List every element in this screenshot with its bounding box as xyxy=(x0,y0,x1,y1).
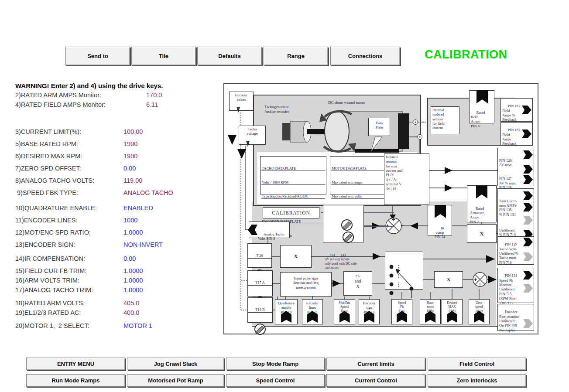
plate-title: TACHO DATAPLATE xyxy=(261,166,325,171)
param-label: 11)ENCODER LINES: xyxy=(15,217,123,224)
nav-speed-control-button[interactable]: Speed Control xyxy=(226,374,325,387)
param-label: 16)ARM VOLTS TRIM: xyxy=(15,277,123,284)
param-value[interactable]: 119.00 xyxy=(123,177,142,184)
param-value[interactable]: 1.0000 xyxy=(123,267,143,274)
tacho-label: Tachogenerator And/or encoder xyxy=(264,105,304,114)
pin182-box: PIN 182 Field Amps % Feedback xyxy=(500,98,533,122)
param-value[interactable]: 400.0 xyxy=(123,309,139,316)
param-label: 3)CURRENT LIMIT(%): xyxy=(15,128,123,135)
parameter-row: 17)ANALOG TACHO TRIM:1.0000 xyxy=(15,286,143,293)
output-arrow-icon xyxy=(522,130,531,138)
nav-current-limits-button[interactable]: Current limits xyxy=(326,358,425,370)
multiplier-block: X xyxy=(280,245,312,268)
param-label: 13)ENCODER SIGN: xyxy=(15,241,123,248)
rated-armature-amps-box: Rated Armature Amps PIN 2 xyxy=(467,185,497,222)
param-label: 6)DESIRED MAX RPM: xyxy=(15,153,123,160)
output-arrow-gray-icon xyxy=(523,284,533,293)
nav-field-control-button[interactable]: Field Control xyxy=(428,358,526,370)
parameter-row: 7)ZERO SPD OFFSET:0.00 xyxy=(15,165,136,172)
defaults-button[interactable]: Defaults xyxy=(197,47,262,65)
parameter-row: 2)RATED ARM AMPS Monitor:170.0 xyxy=(15,92,162,99)
parameter-row: 4)RATED FIELD AMPS Monitor:6.11 xyxy=(15,101,158,108)
page-title: CALIBRATION xyxy=(425,48,507,61)
send-to-button[interactable]: Send to xyxy=(65,47,130,65)
param-value[interactable]: 0.00 xyxy=(123,255,136,262)
param-value[interactable]: 1.0000 xyxy=(123,229,143,236)
parameter-row: 6)DESIRED MAX RPM:1900 xyxy=(15,153,137,160)
param-value[interactable]: 6.11 xyxy=(146,101,158,108)
encoder-pulses-callout: Encoder pulses xyxy=(229,92,254,111)
pin-box-speed-fb-type: Speed Fb Type PIN 9 xyxy=(391,299,412,324)
tile-button[interactable]: Tile xyxy=(131,47,196,65)
param-value[interactable]: 1900 xyxy=(123,140,137,147)
nav-run-mode-ramps-button[interactable]: Run Mode Ramps xyxy=(26,374,125,387)
rated-field-amps-box: Rated field Amps PIN 4 xyxy=(469,90,494,123)
sign-multiply-block: +/- and X xyxy=(343,271,372,296)
param-value[interactable]: ANALOG TACHO xyxy=(123,189,173,196)
pin-marker-icon xyxy=(476,90,488,103)
param-label: 12)MOT/ENC SPD RATIO: xyxy=(15,229,123,236)
warning-text: WARNING! Enter 2) and 4) using the drive… xyxy=(15,82,163,89)
param-value[interactable]: 1.0000 xyxy=(123,277,143,284)
parameter-row: 18)RATED ARM VOLTS:405.0 xyxy=(15,300,139,307)
output-arrow-gray-icon xyxy=(523,216,533,225)
pin183-box: PIN 183 Field Amps Feedback xyxy=(500,122,533,146)
output-arrow-icon xyxy=(523,175,533,184)
param-label: 20)MOTOR 1, 2 SELECT: xyxy=(15,322,123,329)
param-value[interactable]: 0.00 xyxy=(123,165,136,172)
nav-current-control-button[interactable]: Current Control xyxy=(326,374,425,387)
param-label: 19)EL1/2/3 RATED AC: xyxy=(15,309,123,316)
data-plate-callout: Data Plate xyxy=(368,118,390,136)
t41-t43-box: T41 T43 AV sensing inputs only used with… xyxy=(323,205,364,242)
param-label: 17)ANALOG TACHO TRIM: xyxy=(15,286,123,293)
av-monitor-box: PIN 126 AV mon PIN 127 AV % mon PIN 128 … xyxy=(497,148,534,186)
parameter-row: 11)ENCODER LINES:1000 xyxy=(15,217,137,224)
nav-entry-menu-button[interactable]: ENTRY MENU xyxy=(26,358,125,370)
param-label: 14)IR COMPENSATION: xyxy=(15,255,123,262)
param-value[interactable]: 405.0 xyxy=(123,300,139,307)
param-label: 5)BASE RATED RPM: xyxy=(15,140,123,147)
calibration-block: CALIBRATION xyxy=(263,207,319,218)
param-value[interactable]: 1000 xyxy=(123,217,137,224)
range-button[interactable]: Range xyxy=(264,47,328,65)
output-arrow-icon xyxy=(523,238,533,246)
parameter-row: 13)ENCODER SIGN:NON-INVERT xyxy=(15,241,163,248)
nav-zero-interlocks-button[interactable]: Zero Interlocks xyxy=(428,374,526,387)
output-arrow-icon xyxy=(523,271,533,280)
terminal-screw-icon xyxy=(343,232,354,243)
internal-field-sensors-box: Internal isolated sensors for field curr… xyxy=(431,106,459,134)
param-label: 8)ANALOG TACHO VOLTS: xyxy=(15,177,123,184)
nav-stop-mode-ramp-button[interactable]: Stop Mode Ramp xyxy=(226,358,325,370)
param-label: 15)FIELD CUR FB TRIM: xyxy=(15,267,123,274)
parameter-row: 16)ARM VOLTS TRIM:1.0000 xyxy=(15,277,143,284)
param-label: 7)ZERO SPD OFFSET: xyxy=(15,165,123,172)
output-arrow-icon xyxy=(523,165,533,174)
param-value[interactable]: 1.0000 xyxy=(123,286,143,293)
terminal-screw-icon xyxy=(254,324,266,335)
terminal-screw-icon xyxy=(341,219,353,231)
pin-box-motenc-ratio: Mot/Enc Speed Ratio PIN 12 xyxy=(334,299,355,324)
output-arrow-icon xyxy=(523,191,533,200)
param-label: 9)SPEED FBK TYPE: xyxy=(15,189,123,196)
param-label: 10)QUADRATURE ENABLE: xyxy=(15,205,123,211)
tacho-monitor-box: PIN 129 Tacho Volts Unfiltered % Tacho m… xyxy=(497,236,534,265)
param-value[interactable]: 100.00 xyxy=(123,128,143,135)
calibration-block-diagram: Encoder pulses Tacho voltage DC shunt wo… xyxy=(223,83,538,334)
param-label: 4)RATED FIELD AMPS Monitor: xyxy=(15,101,123,108)
parameter-row: 20)MOTOR 1, 2 SELECT:MOTOR 1 xyxy=(15,322,152,329)
pin-box-encoder-lines: Encoder lines PIN 11 xyxy=(302,299,323,324)
param-value[interactable]: 170.0 xyxy=(146,92,162,99)
nav-motorised-pot-ramp-button[interactable]: Motorised Pot Ramp xyxy=(127,374,224,387)
output-arrow-icon xyxy=(522,106,531,114)
parameter-row: 10)QUADRATURE ENABLE:ENABLED xyxy=(15,205,153,211)
input-pulse-detector-box: Input pulse sign detector and freq measu… xyxy=(280,272,332,297)
output-arrow-gray-icon xyxy=(523,252,533,261)
nav-jog-crawl-slack-button[interactable]: Jog Crawl Slack xyxy=(127,358,224,370)
param-value[interactable]: ENABLED xyxy=(123,205,153,211)
pin-box-max-rpm: Desired MAX RPM PIN 6 xyxy=(442,299,463,324)
connections-button[interactable]: Connections xyxy=(330,47,400,65)
param-value[interactable]: 1900 xyxy=(123,153,137,160)
tacho-dataplate: TACHO DATAPLATE Volts / 1000 RPM Type:Bi… xyxy=(260,156,326,194)
param-value[interactable]: NON-INVERT xyxy=(123,241,163,248)
param-value[interactable]: MOTOR 1 xyxy=(123,322,152,329)
